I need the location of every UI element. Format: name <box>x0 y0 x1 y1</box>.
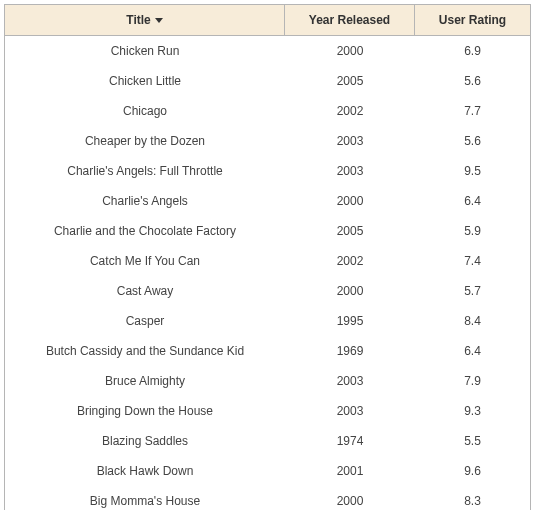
table-row: Blazing Saddles19745.5 <box>5 426 530 456</box>
table-row: Casper19958.4 <box>5 306 530 336</box>
table-body: Chicken Run20006.9Chicken Little20055.6C… <box>5 36 530 510</box>
cell-title: Chicken Little <box>5 74 285 88</box>
cell-title: Charlie's Angels <box>5 194 285 208</box>
cell-year: 2003 <box>285 164 415 178</box>
table-row: Cast Away20005.7 <box>5 276 530 306</box>
table-row: Charlie and the Chocolate Factory20055.9 <box>5 216 530 246</box>
cell-rating: 5.9 <box>415 224 530 238</box>
table-row: Chicken Run20006.9 <box>5 36 530 66</box>
cell-title: Cheaper by the Dozen <box>5 134 285 148</box>
cell-rating: 9.5 <box>415 164 530 178</box>
cell-rating: 5.6 <box>415 74 530 88</box>
cell-rating: 5.7 <box>415 284 530 298</box>
cell-title: Chicago <box>5 104 285 118</box>
cell-title: Blazing Saddles <box>5 434 285 448</box>
cell-year: 2003 <box>285 374 415 388</box>
column-header-year-label: Year Released <box>309 13 390 27</box>
cell-rating: 7.4 <box>415 254 530 268</box>
table-row: Cheaper by the Dozen20035.6 <box>5 126 530 156</box>
table-row: Chicago20027.7 <box>5 96 530 126</box>
table-row: Charlie's Angels: Full Throttle20039.5 <box>5 156 530 186</box>
cell-rating: 5.6 <box>415 134 530 148</box>
cell-rating: 6.4 <box>415 194 530 208</box>
cell-title: Charlie's Angels: Full Throttle <box>5 164 285 178</box>
cell-year: 1969 <box>285 344 415 358</box>
cell-title: Butch Cassidy and the Sundance Kid <box>5 344 285 358</box>
table-row: Bruce Almighty20037.9 <box>5 366 530 396</box>
table-row: Catch Me If You Can20027.4 <box>5 246 530 276</box>
cell-year: 2000 <box>285 44 415 58</box>
column-header-title-label: Title <box>126 13 150 27</box>
cell-rating: 7.7 <box>415 104 530 118</box>
cell-year: 1995 <box>285 314 415 328</box>
table-row: Butch Cassidy and the Sundance Kid19696.… <box>5 336 530 366</box>
column-header-title[interactable]: Title <box>5 5 285 35</box>
cell-rating: 6.4 <box>415 344 530 358</box>
cell-year: 2000 <box>285 494 415 508</box>
cell-year: 2001 <box>285 464 415 478</box>
column-header-year[interactable]: Year Released <box>285 5 415 35</box>
cell-rating: 9.6 <box>415 464 530 478</box>
cell-title: Black Hawk Down <box>5 464 285 478</box>
table-header-row: Title Year Released User Rating <box>5 5 530 36</box>
cell-year: 2000 <box>285 284 415 298</box>
cell-rating: 8.3 <box>415 494 530 508</box>
table-row: Charlie's Angels20006.4 <box>5 186 530 216</box>
cell-rating: 8.4 <box>415 314 530 328</box>
table-row: Chicken Little20055.6 <box>5 66 530 96</box>
cell-title: Casper <box>5 314 285 328</box>
cell-rating: 5.5 <box>415 434 530 448</box>
table-row: Bringing Down the House20039.3 <box>5 396 530 426</box>
column-header-rating-label: User Rating <box>439 13 506 27</box>
cell-title: Bruce Almighty <box>5 374 285 388</box>
table-row: Black Hawk Down20019.6 <box>5 456 530 486</box>
cell-rating: 6.9 <box>415 44 530 58</box>
table-row: Big Momma's House20008.3 <box>5 486 530 510</box>
column-header-rating[interactable]: User Rating <box>415 5 530 35</box>
cell-title: Charlie and the Chocolate Factory <box>5 224 285 238</box>
cell-year: 2003 <box>285 404 415 418</box>
cell-year: 2005 <box>285 224 415 238</box>
cell-year: 2003 <box>285 134 415 148</box>
cell-title: Cast Away <box>5 284 285 298</box>
cell-rating: 9.3 <box>415 404 530 418</box>
cell-year: 2002 <box>285 104 415 118</box>
cell-title: Catch Me If You Can <box>5 254 285 268</box>
sort-desc-icon <box>155 18 163 23</box>
cell-rating: 7.9 <box>415 374 530 388</box>
cell-year: 2002 <box>285 254 415 268</box>
cell-year: 2000 <box>285 194 415 208</box>
cell-title: Bringing Down the House <box>5 404 285 418</box>
cell-year: 1974 <box>285 434 415 448</box>
cell-title: Chicken Run <box>5 44 285 58</box>
cell-year: 2005 <box>285 74 415 88</box>
cell-title: Big Momma's House <box>5 494 285 508</box>
movies-table: Title Year Released User Rating Chicken … <box>4 4 531 510</box>
